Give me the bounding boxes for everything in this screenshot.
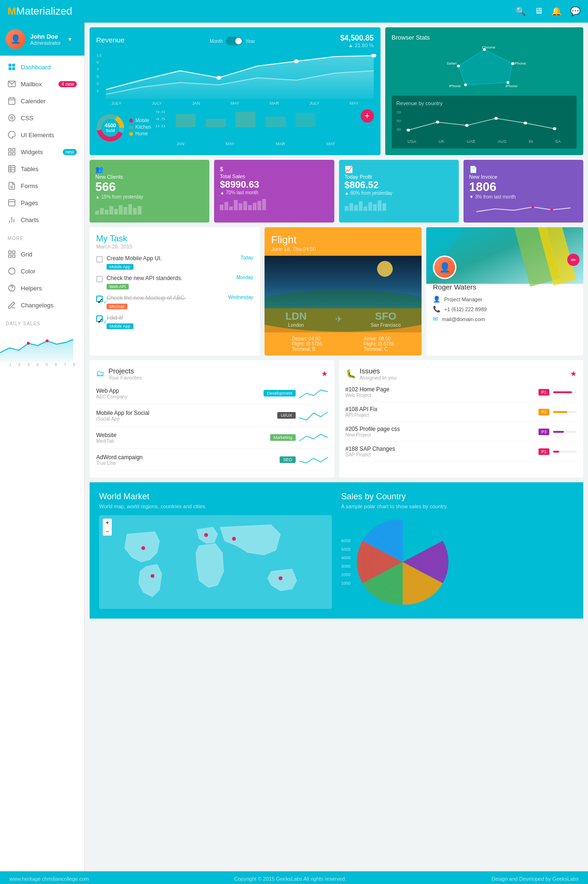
more-section-label: MORE [0,231,84,243]
sidebar-item-dashboard[interactable]: Dashboard [0,58,84,75]
sidebar-item-color[interactable]: Color [0,263,84,280]
svg-text:9: 9 [96,60,99,64]
person-icon: 👤 [433,296,440,303]
sidebar-item-mailbox[interactable]: Mailbox 4 new [0,75,84,92]
project-company-1: AEC Company [96,394,264,399]
sidebar-item-ui-elements[interactable]: UI Elements [0,126,84,143]
today-profit-icon: 📈 [345,165,453,173]
profile-background: 👤 ✏ [426,227,583,270]
svg-rect-13 [8,153,11,155]
middle-row: My Task March 26, 2015 Create Mobile App… [90,227,583,355]
total-sales-value: $8990.63 [220,179,328,190]
issue-bar-2 [553,411,577,413]
svg-text:9.0: 9.0 [156,110,166,114]
sidebar-item-changelogs[interactable]: Changelogs [0,297,84,314]
svg-point-79 [531,206,534,208]
revenue-by-country: Revenue by country 70 50 30 [392,96,577,149]
revenue-bar-chart: 9.0 4.5 0.0 JANMAYMARMAY [156,109,356,146]
issue-project-2: API Project [346,413,538,418]
revenue-legend: Mobile Kitchen Home [129,118,151,138]
sidebar-item-charts[interactable]: Charts [0,211,84,228]
stat-card-total-sales: $ Total Sales $8990.63 ▲ 70% last month [214,160,334,223]
sidebar-label-grid: Grid [21,251,33,258]
issue-project-3: New Project [346,432,538,438]
svg-rect-3 [12,67,15,70]
user-dropdown-icon[interactable]: ▼ [67,36,73,42]
sidebar-item-grid[interactable]: Grid [0,246,84,263]
issues-star-icon[interactable]: ★ [570,369,577,378]
helpers-icon [8,284,16,292]
profile-email-item: ✉ mail@domain.com [433,315,577,322]
world-map-area: World Market World map, world regions, c… [99,492,332,609]
new-clients-label: New Clients [95,174,204,180]
project-company-2: iSocial App [96,416,277,421]
svg-point-76 [494,117,497,120]
world-market-title: World Market [99,492,332,502]
depart-flight: Flight: IB 5786 [292,341,322,347]
svg-point-75 [465,124,468,127]
svg-rect-14 [13,153,15,155]
svg-rect-57 [266,116,286,127]
issue-item-2: #108 API Fix API Project P2 [346,402,577,422]
sidebar-item-pages[interactable]: Pages [0,194,84,211]
month-year-toggle[interactable] [226,37,243,45]
svg-point-46 [371,54,376,58]
chat-icon[interactable]: 💬 [570,6,580,17]
world-sales-area: Sales by Country A sample polar chart to… [341,492,574,609]
depart-time: Depart: 04.50 [292,336,322,341]
sidebar-label-pages: Pages [21,199,38,207]
task-text-4: I did it! [107,314,253,321]
profile-edit-button[interactable]: ✏ [567,254,580,266]
svg-rect-56 [236,112,256,127]
sidebar-item-css[interactable]: CSS [0,109,84,126]
sidebar-item-calender[interactable]: Calender [0,92,84,109]
total-sales-label: Total Sales [220,173,328,179]
display-icon[interactable]: 🖥 [534,6,543,17]
task-checkbox-2[interactable] [96,276,103,282]
task-checkbox-4[interactable]: ✓ [96,315,103,322]
task-checkbox-1[interactable] [96,256,103,263]
svg-point-78 [553,127,556,130]
svg-rect-27 [13,251,15,253]
sidebar-item-helpers[interactable]: Helpers [0,280,84,297]
search-icon[interactable]: 🔍 [515,6,526,17]
sidebar-label-changelogs: Changelogs [21,302,53,309]
sidebar-item-widgets[interactable]: Widgets new [0,143,84,160]
today-profit-bars [345,199,453,211]
revenue-chart-labels: JULYJULYJANMAYMARJULYMAY [96,101,374,106]
sidebar-label-charts: Charts [21,216,39,223]
sidebar-label-helpers: Helpers [21,285,42,292]
issue-item-3: #205 Profile page css New Project P3 [346,422,577,442]
main-content: Revenue Month Year $4,500.85 ▲ 21.80 % [85,23,588,871]
svg-text:1: 1 [96,88,99,92]
map-zoom-out-button[interactable]: − [103,527,112,536]
svg-marker-59 [458,50,513,85]
projects-star-icon[interactable]: ★ [321,369,328,378]
map-zoom-in-button[interactable]: + [103,519,112,527]
svg-text:11: 11 [96,53,102,57]
today-profit-value: $806.52 [345,180,453,190]
new-clients-sub: ▲ 15% from yesterday [95,194,204,199]
task-checkbox-3[interactable]: ✓ [96,296,103,302]
revenue-line-chart: 11 9 7 5 3 1 [96,52,374,99]
bell-icon[interactable]: 🔔 [551,6,562,17]
issue-name-1: #102 Home Page [346,386,538,393]
sidebar-item-forms[interactable]: Forms [0,177,84,194]
new-clients-icon: 👥 [95,165,204,173]
issue-item-1: #102 Home Page Web Project P1 [346,382,577,402]
new-clients-value: 566 [95,180,204,194]
flight-from-city: London [285,322,306,328]
issue-bar-3 [553,431,577,433]
total-sales-icon: $ [220,165,328,173]
sidebar-item-tables[interactable]: Tables [0,160,84,177]
svg-point-44 [216,76,222,80]
revenue-add-button[interactable]: + [361,109,374,123]
toggle-year-label: Year [246,39,255,44]
profile-email: mail@domain.com [442,316,485,322]
avatar: 👤 [6,29,25,49]
svg-point-35 [46,339,49,342]
svg-rect-12 [13,149,15,151]
sidebar-label-css: CSS [21,115,33,122]
total-sales-bars [220,199,328,210]
svg-rect-11 [8,149,11,151]
